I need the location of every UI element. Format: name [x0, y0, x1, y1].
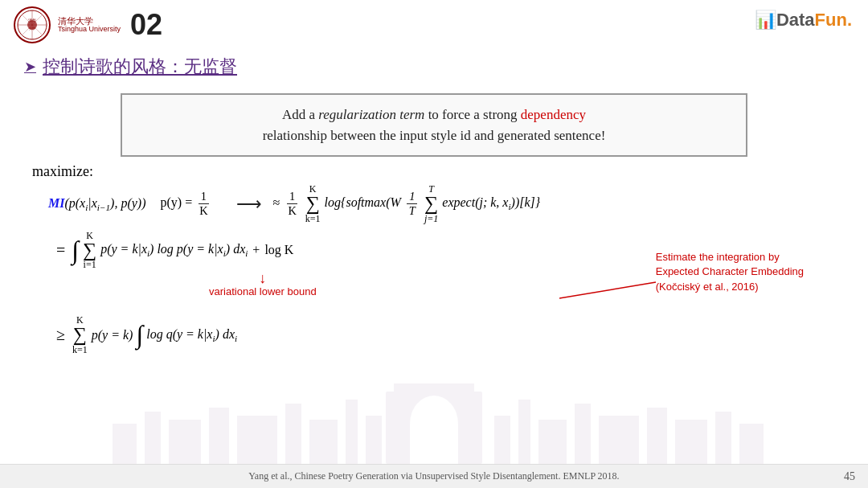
svg-rect-17	[346, 400, 358, 464]
svg-rect-9	[410, 424, 458, 464]
estimate-annotation: Estimate the integration by Expected Cha…	[656, 250, 804, 294]
svg-line-5	[559, 282, 656, 298]
svg-rect-27	[739, 424, 764, 464]
svg-rect-24	[647, 408, 667, 464]
svg-rect-20	[518, 400, 530, 464]
sum-k2-block: K ∑ k=1	[72, 314, 88, 356]
footer: Yang et al., Chinese Poetry Generation v…	[0, 464, 868, 488]
citation-text: Yang et al., Chinese Poetry Generation v…	[248, 470, 619, 482]
slide-title: 02	[130, 8, 162, 42]
svg-point-8	[410, 396, 458, 452]
svg-rect-25	[675, 420, 707, 464]
svg-rect-6	[386, 392, 482, 464]
svg-text:清华: 清华	[28, 18, 36, 23]
svg-text:大学: 大学	[29, 27, 35, 31]
svg-rect-10	[113, 424, 137, 464]
sum-k-block: K ∑ k=1	[305, 183, 321, 225]
mi-term: MI(p(xi|xi−1), p(y))	[48, 196, 146, 212]
svg-rect-13	[209, 408, 229, 464]
svg-rect-23	[599, 416, 639, 464]
formula-row3: ≥ K ∑ k=1 p(y = k) ∫ log q(y = k|xi) dxi	[56, 314, 820, 356]
main-content: Add a regularization term to force a str…	[0, 84, 868, 366]
svg-rect-14	[237, 416, 277, 464]
estimate-line2: Expected Character Embedding	[656, 265, 804, 277]
highlight-box: Add a regularization term to force a str…	[121, 93, 747, 157]
svg-rect-12	[169, 420, 201, 464]
integral-symbol-icon: ∫	[72, 236, 79, 265]
variational-annotation: ↓ variational lower bound	[209, 271, 317, 297]
approx-arrow-icon: ⟶	[236, 193, 262, 215]
sum-j-block: T ∑ j=1	[424, 183, 438, 225]
svg-rect-19	[494, 416, 510, 464]
approx-term: ≈ 1 K K ∑ k=1 log{softmax(W 1 T	[273, 183, 541, 225]
tsinghua-logo-icon: 清华 大学	[13, 6, 51, 44]
header: 清华 大学 清华大学 Tsinghua University 02 📊DataF…	[0, 0, 868, 50]
highlight-line1-post: to force a strong	[424, 107, 520, 122]
subtitle-text: 控制诗歌的风格：无监督	[43, 55, 237, 79]
svg-rect-18	[366, 416, 382, 464]
svg-rect-11	[145, 412, 161, 464]
logo-area: 清华 大学 清华大学 Tsinghua University	[13, 6, 121, 44]
estimate-connector-icon	[559, 266, 664, 306]
svg-rect-7	[394, 383, 474, 396]
formula-row1: MI(p(xi|xi−1), p(y)) p(y) = 1 K ⟶ ≈ 1 K	[48, 183, 820, 225]
sum-i-block: K ∑ i=1	[83, 230, 96, 272]
highlight-line1-pre: Add a	[282, 107, 318, 122]
subtitle: 控制诗歌的风格：无监督	[0, 50, 868, 84]
maximize-label: maximize:	[32, 163, 836, 180]
datafun-logo: 📊DataFun.	[755, 10, 852, 31]
svg-rect-15	[285, 404, 301, 464]
estimate-line1: Estimate the integration by	[656, 251, 780, 263]
svg-rect-21	[538, 420, 567, 464]
variational-label: variational lower bound	[209, 285, 317, 297]
annotation-row: ↓ variational lower bound Estimate the i…	[48, 274, 820, 313]
formula-area: MI(p(xi|xi−1), p(y)) p(y) = 1 K ⟶ ≈ 1 K	[32, 183, 836, 356]
watermark	[0, 367, 868, 464]
highlight-red-term: dependency	[521, 107, 586, 122]
svg-rect-16	[309, 420, 338, 464]
highlight-line2: relationship between the input style id …	[263, 128, 606, 143]
svg-rect-22	[575, 404, 591, 464]
watermark-buildings-icon	[72, 375, 796, 464]
page-number: 45	[844, 470, 855, 483]
highlight-italic-term: regularization term	[318, 107, 424, 122]
integral2-symbol-icon: ∫	[136, 320, 143, 350]
svg-rect-26	[715, 412, 731, 464]
py-def: p(y) = 1 K	[161, 190, 212, 218]
estimate-line3: (Kočciský et al., 2016)	[656, 281, 759, 293]
down-arrow-icon: ↓	[259, 271, 266, 285]
